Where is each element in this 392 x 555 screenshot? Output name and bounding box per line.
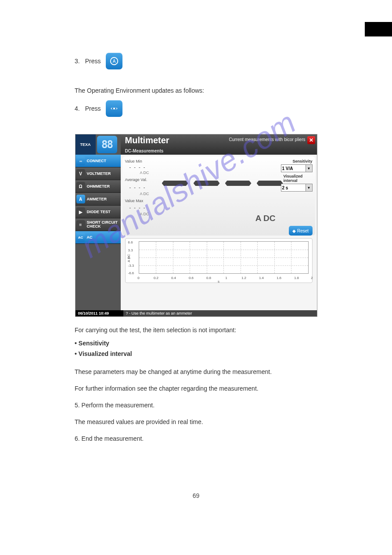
value-min-unit: A DC xyxy=(140,170,149,175)
xtick: 0.4 xyxy=(171,276,176,280)
app-header: Multimeter DC-Measurements Current measu… xyxy=(121,134,317,155)
connect-icon: ⎓ xyxy=(76,156,85,165)
value-max-unit: A DC xyxy=(140,212,149,216)
xtick: 0 xyxy=(137,276,139,280)
value-max: - - - - xyxy=(129,205,146,210)
chart-plot xyxy=(139,241,309,274)
value-min-label: Value Min xyxy=(125,159,142,163)
status-timestamp: 06/10/2011 10:49 xyxy=(76,311,123,316)
step-5: 5. Perform the measurement. xyxy=(75,400,317,411)
chevron-down-icon: ▼ xyxy=(306,165,312,172)
xtick: 0.2 xyxy=(154,276,158,280)
app-title: Multimeter xyxy=(125,135,169,145)
main-unit: A DC xyxy=(255,214,276,223)
page-tab xyxy=(365,22,392,36)
step-number: 3. xyxy=(75,58,80,65)
ytick: 6.6 xyxy=(128,240,133,244)
xtick: 1.8 xyxy=(294,276,299,280)
status-bar: 06/10/2011 10:49 ? - Use the multimeter … xyxy=(76,310,317,316)
sidebar-item-ac[interactable]: ACAC xyxy=(76,231,121,244)
xtick: 1.4 xyxy=(259,276,264,280)
step-text: Press xyxy=(85,58,101,65)
sidebar-item-shortcircuit[interactable]: ≡SHORT CIRCUIT CHECK xyxy=(76,218,121,231)
ytick: -3.3 xyxy=(128,264,134,268)
app-screenshot: TEXA 88 Multimeter DC-Measurements Curre… xyxy=(76,134,317,316)
header-logo-area: TEXA 88 xyxy=(76,134,121,155)
sensitivity-select[interactable]: 1 V/A▼ xyxy=(281,164,313,172)
step-6: 6. End the measurement. xyxy=(75,434,317,444)
ohmmeter-icon: Ω xyxy=(76,182,85,191)
svg-text:A: A xyxy=(113,59,116,64)
instruction-step-4: 4. Press xyxy=(75,100,317,117)
reset-icon: ◆ xyxy=(292,229,296,233)
sidebar-item-ammeter[interactable]: AAMMETER xyxy=(76,193,121,206)
xtick: 1.2 xyxy=(241,276,246,280)
logo-display: 88 xyxy=(97,136,117,153)
main-panel: Value Min - - - - A DC Average Val. - - … xyxy=(121,155,317,310)
readings-panel: Value Min - - - - A DC Average Val. - - … xyxy=(122,156,315,236)
bullet-list: Sensitivity Visualized interval xyxy=(75,338,317,359)
sidebar: ⎓CONNECT VVOLTMETER ΩOHMMETER AAMMETER ▶… xyxy=(76,155,121,310)
ac-icon: AC xyxy=(76,233,85,242)
svg-point-3 xyxy=(112,108,114,109)
value-max-label: Value Max xyxy=(125,199,144,203)
xtick: 2 xyxy=(311,276,313,280)
ytick: 0. xyxy=(128,256,131,260)
voltmeter-icon: V xyxy=(76,169,85,178)
note-2: The measured values are provided in real… xyxy=(75,417,317,428)
header-right-text: Current measurements with bicor pliers xyxy=(229,137,306,142)
xtick: 1 xyxy=(225,276,227,280)
bullet-item: Sensitivity xyxy=(79,340,109,347)
body-intro: For carrying out the test, the item sele… xyxy=(75,325,317,336)
waveform-markers xyxy=(162,181,283,186)
xtick: 0.6 xyxy=(189,276,194,280)
ammeter-icon: A xyxy=(106,53,122,69)
step-text: Press xyxy=(85,105,101,112)
page-number: 69 xyxy=(75,492,317,499)
reset-button[interactable]: ◆Reset xyxy=(289,226,313,236)
interval-label: Visualized interval xyxy=(284,174,313,183)
chevron-down-icon: ▼ xyxy=(306,184,312,191)
svg-point-4 xyxy=(115,108,117,109)
value-min: - - - - xyxy=(129,164,146,170)
bullet-item: Visualized interval xyxy=(79,350,132,357)
value-avg-label: Average Val. xyxy=(125,178,147,182)
xtick: 0.8 xyxy=(206,276,211,280)
logo-texa: TEXA xyxy=(76,134,96,155)
sidebar-item-diode[interactable]: ▶DIODE TEST xyxy=(76,206,121,218)
instruction-text: The Operating Environment updates as fol… xyxy=(75,87,317,94)
interval-select[interactable]: 2 s▼ xyxy=(281,184,313,192)
close-icon[interactable]: ✕ xyxy=(307,136,315,144)
chart-xlabel: s xyxy=(218,279,219,283)
sidebar-item-voltmeter[interactable]: VVOLTMETER xyxy=(76,167,121,180)
instruction-step-3: 3. Press A xyxy=(75,53,317,69)
sidebar-item-ohmmeter[interactable]: ΩOHMMETER xyxy=(76,180,121,193)
status-hint: ? - Use the multimeter as an ammeter xyxy=(123,310,317,316)
step-number: 4. xyxy=(75,105,80,112)
app-subtitle: DC-Measurements xyxy=(125,149,164,153)
sensitivity-label: Sensitivity xyxy=(292,159,312,163)
note-1: These parameters may be changed at anyti… xyxy=(75,367,317,377)
ammeter-icon: A xyxy=(76,195,85,203)
short-icon: ≡ xyxy=(76,220,85,229)
note-more: For further information see the chapter … xyxy=(75,384,317,394)
value-avg-unit: A DC xyxy=(140,192,149,196)
connect-icon xyxy=(106,100,122,117)
value-avg: - - - - xyxy=(129,185,146,190)
diode-icon: ▶ xyxy=(76,207,85,216)
ytick: 3.3 xyxy=(128,248,133,252)
sidebar-item-connect[interactable]: ⎓CONNECT xyxy=(76,155,121,167)
xtick: 1.6 xyxy=(277,276,281,280)
ytick: -6.6 xyxy=(128,271,134,275)
chart-area: A DC 6.6 3.3 0. -3.3 -6. xyxy=(125,238,313,283)
